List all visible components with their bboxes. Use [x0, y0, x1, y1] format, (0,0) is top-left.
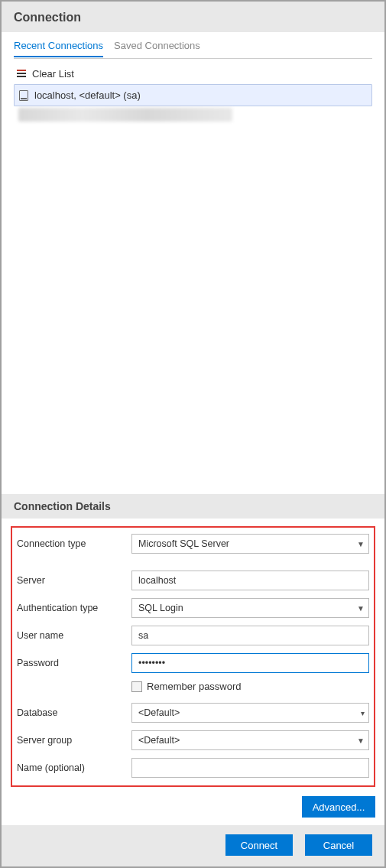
- remember-password-checkbox[interactable]: [131, 681, 142, 692]
- dialog-header: Connection: [2, 2, 384, 32]
- database-select[interactable]: [131, 703, 369, 723]
- details-body: Connection type ▼ Server Authentication …: [2, 519, 384, 792]
- tab-saved-connections[interactable]: Saved Connections: [114, 40, 200, 57]
- connect-button[interactable]: Connect: [225, 834, 293, 856]
- server-group-select[interactable]: [131, 730, 369, 750]
- dialog-title: Connection: [14, 11, 372, 24]
- password-input[interactable]: [131, 653, 369, 673]
- server-input[interactable]: [131, 571, 369, 590]
- recent-connections-list: Clear List localhost, <default> (sa): [2, 59, 384, 494]
- details-highlight-box: Connection type ▼ Server Authentication …: [11, 526, 375, 787]
- advanced-row: Advanced...: [2, 792, 384, 825]
- auth-type-label: Authentication type: [17, 603, 131, 613]
- clear-list-button[interactable]: Clear List: [14, 63, 372, 84]
- name-optional-input[interactable]: [131, 758, 369, 778]
- tab-bar: Recent Connections Saved Connections: [2, 32, 384, 58]
- username-input[interactable]: [131, 626, 369, 645]
- connection-type-select[interactable]: [131, 534, 369, 554]
- clear-list-label: Clear List: [32, 68, 74, 80]
- details-heading: Connection Details: [2, 494, 384, 519]
- connection-list-item[interactable]: localhost, <default> (sa): [14, 84, 372, 106]
- dialog-footer: Connect Cancel: [2, 825, 384, 866]
- name-optional-label: Name (optional): [17, 762, 131, 773]
- username-label: User name: [17, 630, 131, 641]
- connection-type-label: Connection type: [17, 538, 131, 549]
- advanced-button[interactable]: Advanced...: [302, 796, 375, 818]
- server-group-label: Server group: [17, 735, 131, 746]
- database-label: Database: [17, 707, 131, 718]
- auth-type-select[interactable]: [131, 598, 369, 618]
- tab-recent-connections[interactable]: Recent Connections: [14, 40, 103, 57]
- cancel-button[interactable]: Cancel: [305, 834, 372, 856]
- connection-list-item-label: localhost, <default> (sa): [34, 89, 141, 101]
- connection-list-item-redacted: [18, 108, 232, 122]
- remember-password-label: Remember password: [147, 681, 242, 692]
- server-label: Server: [17, 575, 131, 586]
- clear-list-icon: [17, 70, 28, 79]
- server-icon: [19, 90, 28, 101]
- password-label: Password: [17, 658, 131, 668]
